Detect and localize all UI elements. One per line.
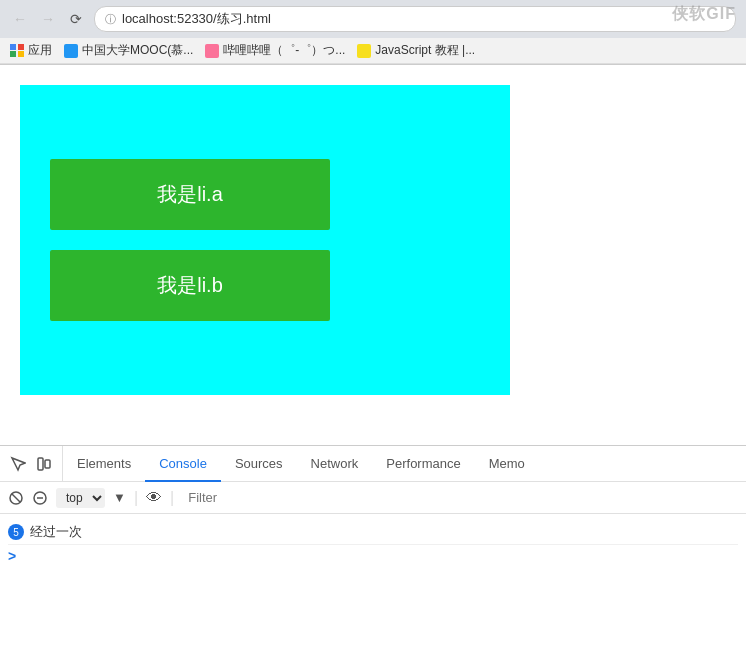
reload-button[interactable]: ⟳ [66,9,86,29]
tab-elements[interactable]: Elements [63,446,145,482]
bili-icon [205,44,219,58]
tab-console[interactable]: Console [145,446,221,482]
bookmark-bili-label: 哔哩哔哩（゜-゜）つ... [223,42,345,59]
console-log-text: 经过一次 [30,523,82,541]
bookmark-js[interactable]: JavaScript 教程 |... [357,42,475,59]
bookmark-js-label: JavaScript 教程 |... [375,42,475,59]
bookmark-mooc-label: 中国大学MOOC(慕... [82,42,193,59]
dropdown-icon[interactable]: ▼ [113,490,126,505]
devtools-panel: Elements Console Sources Network Perform… [0,445,746,655]
context-select[interactable]: top [56,488,105,508]
li-a-text: 我是li.a [157,183,223,205]
console-prompt[interactable]: > [8,548,16,564]
clear-console-button[interactable] [8,490,24,506]
forward-button[interactable]: → [38,9,58,29]
filter-input[interactable] [182,488,738,507]
svg-rect-1 [45,460,50,468]
svg-line-3 [12,494,20,502]
devtools-icons-left [0,446,63,481]
console-log-item: 5 经过一次 [8,520,738,545]
browser-content: 我是li.a 我是li.b [0,65,746,445]
apps-grid-icon [10,44,24,58]
li-a-item[interactable]: 我是li.a [50,159,330,230]
console-count-badge: 5 [8,524,24,540]
tab-performance[interactable]: Performance [372,446,474,482]
console-toolbar: top ▼ | 👁 | [0,482,746,514]
console-output: 5 经过一次 > [0,514,746,655]
back-button[interactable]: ← [10,9,30,29]
tab-network[interactable]: Network [297,446,373,482]
devtools-tabs: Elements Console Sources Network Perform… [63,446,746,482]
separator-2: | [170,489,174,507]
cyan-box: 我是li.a 我是li.b [20,85,510,395]
js-icon [357,44,371,58]
li-b-text: 我是li.b [157,274,223,296]
devtools-tab-bar: Elements Console Sources Network Perform… [0,446,746,482]
url-text: localhost:52330/练习.html [122,10,271,28]
separator-1: | [134,489,138,507]
tab-memory[interactable]: Memo [475,446,539,482]
inspect-element-button[interactable] [6,452,30,476]
console-prompt-row: > [8,545,738,567]
bookmark-mooc[interactable]: 中国大学MOOC(慕... [64,42,193,59]
mooc-icon [64,44,78,58]
address-bar[interactable]: ⓘ localhost:52330/练习.html [94,6,736,32]
title-bar: ← → ⟳ ⓘ localhost:52330/练习.html 侠软GIF [0,0,746,38]
bookmark-apps[interactable]: 应用 [10,42,52,59]
webpage: 我是li.a 我是li.b [0,65,510,445]
eye-button[interactable]: 👁 [146,489,162,507]
svg-rect-0 [38,458,43,470]
tab-sources[interactable]: Sources [221,446,297,482]
bookmark-apps-label: 应用 [28,42,52,59]
filter-button[interactable] [32,490,48,506]
bookmark-bili[interactable]: 哔哩哔哩（゜-゜）つ... [205,42,345,59]
li-b-item[interactable]: 我是li.b [50,250,330,321]
device-toolbar-button[interactable] [32,452,56,476]
lock-icon: ⓘ [105,12,116,27]
bookmarks-bar: 应用 中国大学MOOC(慕... 哔哩哔哩（゜-゜）つ... JavaScrip… [0,38,746,64]
browser-chrome: ← → ⟳ ⓘ localhost:52330/练习.html 侠软GIF 应用… [0,0,746,65]
